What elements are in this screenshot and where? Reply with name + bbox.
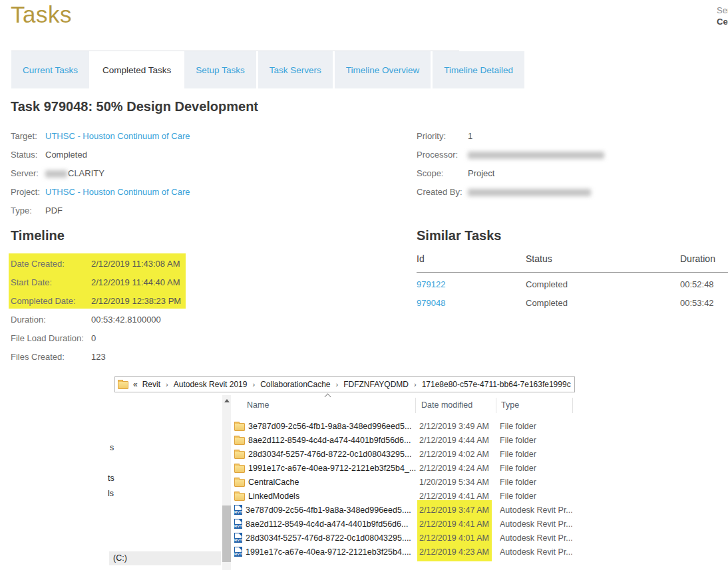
file-name: 8ae2d112-8549-4c4d-a474-4401b9fd56d6...	[246, 519, 408, 529]
file-row[interactable]: RVT3e787d09-2c56-4fb1-9a8a-348ed996eed5.…	[234, 503, 572, 517]
date-modified: 2/12/2019 4:02 AM	[419, 450, 500, 459]
breadcrumb-separator-icon[interactable]: ›	[414, 380, 417, 388]
tab-task-servers[interactable]: Task Servers	[258, 51, 333, 88]
explorer-col-header-date-modified[interactable]: Date modified	[421, 400, 472, 410]
field-value: 2/12/2019 12:38:23 PM	[91, 296, 181, 306]
folder-row[interactable]: LinkedModels2/12/2019 4:41 AMFile folder	[234, 489, 572, 503]
task-details-left: Target:UTHSC - Houston Continuum of Care…	[11, 126, 397, 219]
file-row[interactable]: RVT1991e17c-a67e-40ea-9712-2121eb3f25b4.…	[234, 545, 572, 559]
field-row-type-: Type:PDF	[11, 201, 397, 219]
file-name-cell: 28d3034f-5257-476d-8722-0c1d08043295...	[234, 450, 419, 459]
field-value-text: 00:53:42.8100000	[91, 315, 161, 325]
field-value-text: PDF	[45, 206, 63, 215]
tab-current-tasks[interactable]: Current Tasks	[11, 51, 89, 88]
date-modified: 2/12/2019 4:41 AM	[419, 519, 500, 529]
nav-scrollbar-thumb[interactable]	[222, 505, 231, 562]
breadcrumb-separator-icon[interactable]: ›	[166, 380, 168, 388]
field-row-target-: Target:UTHSC - Houston Continuum of Care	[11, 126, 397, 145]
file-type: Autodesk Revit Pr...	[500, 533, 572, 543]
column-separator	[572, 398, 573, 413]
field-row-start-date-: Start Date:2/12/2019 11:44:40 AM	[11, 273, 290, 291]
tab-completed-tasks[interactable]: Completed Tasks	[91, 51, 182, 88]
file-row[interactable]: RVT28d3034f-5257-476d-8722-0c1d08043295.…	[234, 531, 572, 545]
breadcrumb-segment[interactable]: Revit	[142, 380, 160, 389]
file-type: Autodesk Revit Pr...	[500, 505, 572, 515]
task-id-link[interactable]: 979122	[417, 279, 445, 289]
field-value: 2/12/2019 11:43:08 AM	[91, 259, 180, 269]
field-value-text: 2/12/2019 11:44:40 AM	[91, 277, 180, 287]
field-row-file-load-duration-: File Load Duration:0	[11, 329, 290, 347]
link[interactable]: UTHSC - Houston Continuum of Care	[45, 131, 190, 141]
field-label: File Load Duration:	[11, 333, 91, 343]
revit-file-icon: RVT	[234, 547, 242, 557]
breadcrumb-collapse-chevrons[interactable]: «	[133, 380, 138, 389]
file-name-cell: LinkedModels	[234, 492, 419, 501]
file-name: 3e787d09-2c56-4fb1-9a8a-348ed996eed5....	[246, 505, 411, 515]
explorer-address-bar[interactable]: «Revit›Autodesk Revit 2019›Collaboration…	[114, 376, 575, 392]
field-label: Target:	[11, 131, 45, 141]
file-row[interactable]: RVT8ae2d112-8549-4c4d-a474-4401b9fd56d6.…	[234, 517, 572, 531]
tab-timeline-overview[interactable]: Timeline Overview	[335, 51, 431, 88]
page: Tasks Ser Cer Current TasksCompleted Tas…	[0, 0, 728, 570]
breadcrumb-segment[interactable]: 171e8e80-c57e-4711-bb64-7e163fe1999c	[422, 380, 571, 389]
field-value: Completed	[45, 150, 87, 160]
breadcrumb-segment[interactable]: FDFZNFAYQDMD	[343, 380, 409, 389]
field-value: 2/12/2019 11:44:40 AM	[91, 277, 180, 287]
nav-tree-item-local-disk[interactable]: (C:)	[109, 551, 221, 565]
folder-icon	[234, 437, 245, 445]
tab-setup-tasks[interactable]: Setup Tasks	[184, 51, 256, 88]
redacted-text	[45, 170, 67, 178]
link[interactable]: UTHSC - Houston Continuum of Care	[45, 187, 190, 197]
field-row-created-by-: Created By:	[417, 182, 709, 201]
folder-row[interactable]: 1991e17c-a67e-40ea-9712-2121eb3f25b4_...…	[234, 461, 572, 475]
field-label: Type:	[11, 206, 45, 215]
folder-icon	[234, 479, 245, 487]
similar-tasks-heading: Similar Tasks	[417, 228, 501, 243]
folder-row[interactable]: CentralCache1/20/2019 5:34 AMFile folder	[234, 475, 572, 489]
file-name: 3e787d09-2c56-4fb1-9a8a-348ed996eed5...	[248, 422, 411, 431]
nav-tree-item-clipped[interactable]: s	[110, 443, 114, 452]
field-row-duration-: Duration:00:53:42.8100000	[11, 310, 290, 329]
folder-row[interactable]: 8ae2d112-8549-4c4d-a474-4401b9fd56d6...2…	[234, 433, 572, 447]
explorer-col-header-name[interactable]: Name	[247, 400, 269, 410]
field-value: CLARITY	[45, 168, 104, 178]
field-value: 123	[91, 352, 106, 362]
breadcrumb-segment[interactable]: Autodesk Revit 2019	[174, 380, 248, 389]
field-value: Project	[468, 168, 494, 178]
similar-task-duration: 00:52:48	[680, 279, 714, 289]
field-value-text: 1	[468, 131, 472, 141]
field-label: Server:	[11, 168, 45, 178]
field-row-date-created-: Date Created:2/12/2019 11:43:08 AM	[11, 254, 290, 273]
date-modified: 2/12/2019 4:23 AM	[419, 547, 500, 557]
field-value-text: 0	[91, 333, 96, 343]
breadcrumb-separator-icon[interactable]: ›	[252, 380, 255, 388]
similar-task-duration: 00:53:42	[680, 298, 714, 308]
task-heading: Task 979048: 50% Design Development	[11, 99, 258, 114]
scrollbar-up-arrow-icon[interactable]	[224, 399, 230, 402]
file-type: File folder	[500, 450, 572, 459]
explorer-file-list: 3e787d09-2c56-4fb1-9a8a-348ed996eed5...2…	[234, 419, 572, 559]
field-row-project-: Project:UTHSC - Houston Continuum of Car…	[11, 182, 397, 201]
file-name: 8ae2d112-8549-4c4d-a474-4401b9fd56d6...	[248, 436, 411, 445]
field-label: Priority:	[417, 131, 468, 141]
nav-tree-item-clipped[interactable]: ts	[108, 474, 114, 483]
breadcrumb-separator-icon[interactable]: ›	[336, 380, 339, 388]
breadcrumb-segment[interactable]: CollaborationCache	[260, 380, 330, 389]
field-value: 0	[91, 333, 96, 343]
tab-timeline-detailed[interactable]: Timeline Detailed	[433, 51, 524, 88]
field-label: Completed Date:	[11, 296, 91, 306]
date-modified: 2/12/2019 4:24 AM	[419, 464, 500, 473]
nav-tree-item-clipped[interactable]: ls	[108, 489, 114, 498]
field-value: 00:53:42.8100000	[91, 315, 161, 325]
revit-file-icon: RVT	[234, 533, 242, 543]
file-name: 28d3034f-5257-476d-8722-0c1d08043295....	[246, 533, 411, 543]
folder-row[interactable]: 3e787d09-2c56-4fb1-9a8a-348ed996eed5...2…	[234, 419, 572, 433]
explorer-col-header-type[interactable]: Type	[501, 400, 519, 410]
timeline-heading: Timeline	[11, 228, 65, 243]
field-value: UTHSC - Houston Continuum of Care	[45, 187, 190, 197]
task-id-link[interactable]: 979048	[417, 298, 445, 308]
folder-row[interactable]: 28d3034f-5257-476d-8722-0c1d08043295...2…	[234, 447, 572, 461]
field-value-text: Project	[468, 168, 494, 178]
field-value-text: 2/12/2019 11:43:08 AM	[91, 259, 180, 269]
page-fold-icon	[238, 519, 242, 523]
